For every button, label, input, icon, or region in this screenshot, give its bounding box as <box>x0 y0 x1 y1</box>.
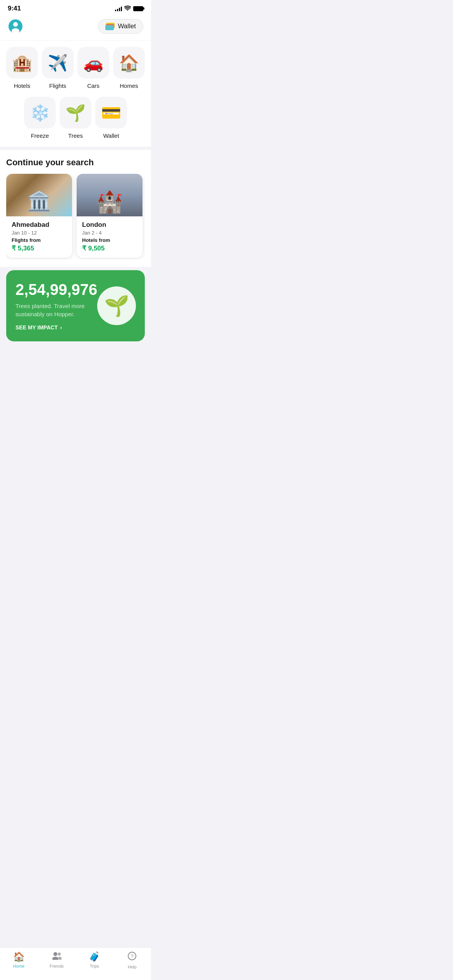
category-trees[interactable]: 🌱 Trees <box>60 97 91 139</box>
cars-icon: 🚗 <box>77 47 109 79</box>
header: Wallet <box>0 15 151 40</box>
wallet-category-label: Wallet <box>103 132 119 139</box>
hotels-label: Hotels <box>14 82 31 89</box>
search-card-ahmedabad[interactable]: Ahmedabad Jan 10 - 12 Flights from ₹ 5,3… <box>6 174 72 258</box>
cars-label: Cars <box>87 82 100 89</box>
trees-icon: 🌱 <box>60 97 91 128</box>
ahmedabad-city: Ahmedabad <box>12 221 67 229</box>
category-section: 🏨 Hotels ✈️ Flights 🚗 Cars 🏠 Homes ❄️ Fr… <box>0 41 151 147</box>
london-price: ₹ 9,505 <box>82 244 137 252</box>
category-bottom-row: ❄️ Freeze 🌱 Trees 💳 Wallet <box>5 97 146 139</box>
category-cars[interactable]: 🚗 Cars <box>77 47 109 89</box>
category-flights[interactable]: ✈️ Flights <box>42 47 74 89</box>
status-icons <box>115 5 143 12</box>
freeze-label: Freeze <box>31 132 49 139</box>
category-homes[interactable]: 🏠 Homes <box>113 47 145 89</box>
trees-cta[interactable]: SEE MY IMPACT › <box>15 324 97 331</box>
user-avatar-icon <box>9 19 22 33</box>
status-time: 9:41 <box>8 5 21 12</box>
london-image <box>77 174 142 216</box>
trees-banner[interactable]: 2,54,99,976 Trees planted. Travel more s… <box>6 270 145 341</box>
category-wallet[interactable]: 💳 Wallet <box>95 97 127 139</box>
battery-icon <box>133 6 143 11</box>
freeze-icon: ❄️ <box>24 97 56 128</box>
wifi-icon <box>124 5 131 12</box>
wallet-stack-icon <box>105 23 115 30</box>
london-city: London <box>82 221 137 229</box>
trees-cta-text: SEE MY IMPACT <box>15 324 58 331</box>
category-top-row: 🏨 Hotels ✈️ Flights 🚗 Cars 🏠 Homes <box>5 47 146 89</box>
ahmedabad-price: ₹ 5,365 <box>12 244 67 252</box>
trees-content: 2,54,99,976 Trees planted. Travel more s… <box>15 281 97 331</box>
ahmedabad-type: Flights from <box>12 237 67 243</box>
trees-cta-arrow: › <box>60 324 62 331</box>
avatar[interactable] <box>8 19 23 34</box>
hotels-icon: 🏨 <box>6 47 38 79</box>
trees-description: Trees planted. Travel more sustainably o… <box>15 302 97 318</box>
search-cards-list: Ahmedabad Jan 10 - 12 Flights from ₹ 5,3… <box>6 174 145 259</box>
category-freeze[interactable]: ❄️ Freeze <box>24 97 56 139</box>
trees-label: Trees <box>68 132 83 139</box>
trees-count: 2,54,99,976 <box>15 281 97 298</box>
continue-search-title: Continue your search <box>6 158 145 168</box>
continue-search-section: Continue your search Ahmedabad Jan 10 - … <box>0 150 151 267</box>
ahmedabad-image <box>6 174 72 216</box>
homes-label: Homes <box>120 82 138 89</box>
wallet-category-icon: 💳 <box>95 97 127 128</box>
svg-point-1 <box>13 22 18 27</box>
flights-icon: ✈️ <box>42 47 74 79</box>
ahmedabad-dates: Jan 10 - 12 <box>12 230 67 236</box>
london-type: Hotels from <box>82 237 137 243</box>
category-hotels[interactable]: 🏨 Hotels <box>6 47 38 89</box>
search-card-london[interactable]: London Jan 2 - 4 Hotels from ₹ 9,505 <box>77 174 142 258</box>
status-bar: 9:41 <box>0 0 151 15</box>
trees-banner-icon: 🌱 <box>97 286 136 325</box>
wallet-button[interactable]: Wallet <box>98 19 143 34</box>
london-dates: Jan 2 - 4 <box>82 230 137 236</box>
flights-label: Flights <box>49 82 66 89</box>
homes-icon: 🏠 <box>113 47 145 79</box>
signal-icon <box>115 6 122 11</box>
wallet-button-label: Wallet <box>118 22 136 30</box>
